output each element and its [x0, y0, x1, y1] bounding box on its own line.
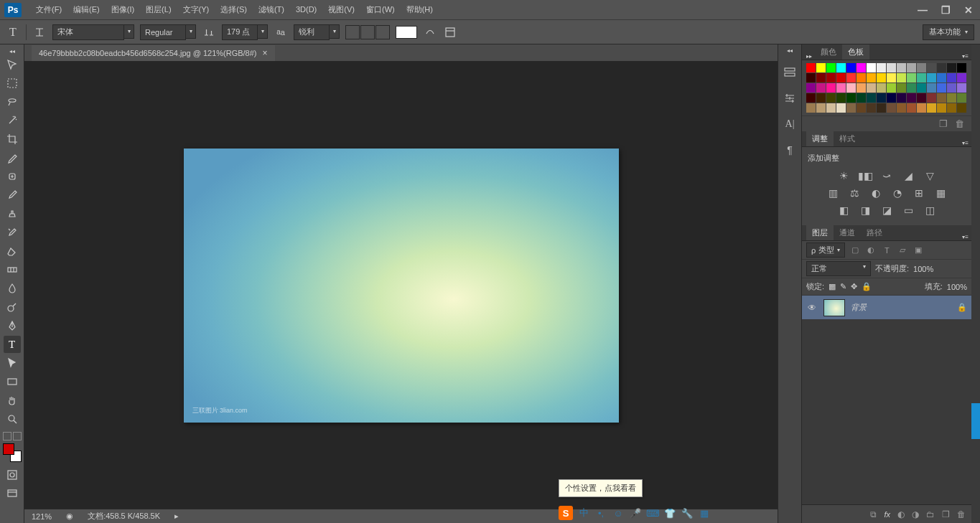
- clone-stamp-tool[interactable]: [4, 205, 21, 222]
- swatch[interactable]: [806, 63, 816, 72]
- canvas[interactable]: 三联图片 3lian.com: [24, 62, 778, 509]
- dodge-tool[interactable]: [4, 298, 21, 316]
- brightness-adjustment-button[interactable]: ☀: [836, 169, 851, 182]
- blend-mode-select[interactable]: 正常▾: [806, 261, 871, 276]
- swatch[interactable]: [947, 83, 956, 93]
- menu-select[interactable]: 选择(S): [215, 0, 253, 19]
- opacity-value[interactable]: 100%: [913, 265, 933, 273]
- default-colors-button[interactable]: [3, 432, 11, 440]
- workspace-switcher[interactable]: 基本功能▾: [923, 24, 974, 40]
- magic-wand-tool[interactable]: [4, 112, 21, 129]
- swatch[interactable]: [867, 93, 876, 103]
- align-left-button[interactable]: [345, 25, 360, 39]
- swatch[interactable]: [826, 93, 836, 103]
- antialias-select[interactable]: 锐利: [294, 24, 330, 40]
- filter-type-icon[interactable]: T: [881, 245, 892, 256]
- menu-help[interactable]: 帮助(H): [401, 0, 439, 19]
- color-tab[interactable]: 颜色: [815, 44, 842, 60]
- swatch[interactable]: [816, 73, 826, 83]
- font-family-dropdown[interactable]: ▾: [124, 24, 134, 39]
- color-balance-button[interactable]: ⚖: [847, 187, 862, 199]
- swatch[interactable]: [917, 73, 926, 83]
- right-edge-scrollbar[interactable]: [971, 44, 980, 523]
- swatch[interactable]: [826, 63, 836, 72]
- posterize-button[interactable]: ◨: [858, 204, 872, 217]
- zoom-tool[interactable]: [4, 410, 21, 428]
- hue-adjustment-button[interactable]: ▥: [826, 187, 840, 199]
- artboard[interactable]: 三联图片 3lian.com: [184, 149, 619, 423]
- levels-adjustment-button[interactable]: ▮◧: [858, 169, 872, 182]
- menu-3d[interactable]: 3D(D): [290, 0, 322, 19]
- channel-mixer-button[interactable]: ⊞: [912, 187, 926, 199]
- delete-layer-button[interactable]: 🗑: [957, 509, 966, 519]
- ime-skin-button[interactable]: 👕: [663, 506, 676, 519]
- font-style-select[interactable]: Regular: [140, 24, 186, 40]
- new-fill-layer-button[interactable]: ◑: [912, 509, 919, 519]
- swatch[interactable]: [907, 83, 916, 93]
- adjustments-panel-menu-button[interactable]: ▾≡: [962, 140, 969, 146]
- swatch[interactable]: [867, 83, 876, 93]
- quick-mask-button[interactable]: [4, 466, 21, 484]
- menu-view[interactable]: 视图(V): [322, 0, 360, 19]
- swatch[interactable]: [836, 93, 846, 103]
- swatch[interactable]: [907, 73, 916, 83]
- menu-type[interactable]: 文字(Y): [177, 0, 215, 19]
- ime-menu-button[interactable]: ▦: [698, 506, 711, 519]
- swatch[interactable]: [816, 103, 826, 113]
- swatch[interactable]: [917, 63, 926, 72]
- brush-tool[interactable]: [4, 187, 21, 204]
- ime-tooltip[interactable]: 个性设置，点我看看: [559, 479, 643, 497]
- antialias-dropdown[interactable]: ▾: [330, 24, 340, 39]
- swatch[interactable]: [826, 83, 836, 93]
- swatch[interactable]: [836, 83, 846, 93]
- menu-edit[interactable]: 编辑(E): [67, 0, 106, 19]
- tool-preset-icon[interactable]: T: [6, 25, 20, 39]
- filter-pixel-icon[interactable]: ▢: [849, 245, 861, 256]
- paths-tab[interactable]: 路径: [861, 225, 888, 240]
- menu-window[interactable]: 窗口(W): [360, 0, 401, 19]
- text-color-swatch[interactable]: [396, 26, 417, 39]
- link-layers-button[interactable]: ⧉: [870, 509, 877, 519]
- swatch[interactable]: [937, 63, 946, 72]
- swatch[interactable]: [877, 93, 886, 103]
- invert-adjustment-button[interactable]: ◧: [836, 204, 851, 217]
- swatch[interactable]: [826, 73, 836, 83]
- new-group-button[interactable]: 🗀: [926, 509, 935, 519]
- swatch[interactable]: [806, 73, 816, 83]
- dock-collapse-button[interactable]: ◂◂: [787, 47, 793, 55]
- lock-all-button[interactable]: 🔒: [862, 282, 872, 291]
- swatch[interactable]: [877, 83, 886, 93]
- swatch[interactable]: [806, 103, 816, 113]
- layers-panel-menu-button[interactable]: ▾≡: [962, 234, 969, 240]
- document-tab-close-button[interactable]: ×: [263, 48, 268, 58]
- filter-adjustment-icon[interactable]: ◐: [865, 245, 877, 256]
- swatch[interactable]: [877, 103, 886, 113]
- move-tool[interactable]: [4, 56, 21, 73]
- align-center-button[interactable]: [360, 25, 375, 39]
- swatch[interactable]: [846, 103, 856, 113]
- new-swatch-button[interactable]: ❐: [939, 118, 948, 129]
- photo-filter-button[interactable]: ◔: [890, 187, 905, 199]
- window-maximize-button[interactable]: ❐: [934, 3, 957, 17]
- swatch[interactable]: [857, 73, 866, 83]
- layers-tab[interactable]: 图层: [806, 225, 834, 240]
- swatch[interactable]: [957, 63, 966, 72]
- swatch[interactable]: [826, 103, 836, 113]
- blur-tool[interactable]: [4, 280, 21, 297]
- font-family-select[interactable]: 宋体: [52, 24, 124, 40]
- swatch[interactable]: [867, 103, 876, 113]
- swatch[interactable]: [846, 63, 856, 72]
- menu-file[interactable]: 文件(F): [30, 0, 67, 19]
- layer-filter-select[interactable]: ρ类型▾: [806, 242, 845, 258]
- swatch[interactable]: [887, 93, 896, 103]
- swatch[interactable]: [927, 73, 936, 83]
- text-orientation-button[interactable]: [32, 25, 47, 39]
- exposure-adjustment-button[interactable]: ◢: [901, 169, 915, 182]
- vibrance-adjustment-button[interactable]: ▽: [923, 169, 937, 182]
- swatch[interactable]: [887, 83, 896, 93]
- swatch[interactable]: [957, 93, 966, 103]
- swatch[interactable]: [937, 73, 946, 83]
- swatch[interactable]: [877, 63, 886, 72]
- document-tab[interactable]: 46e79bbbb2c08b0eadcb456d6568c254.jpg @ 1…: [32, 45, 275, 61]
- selective-color-button[interactable]: ◫: [923, 204, 937, 217]
